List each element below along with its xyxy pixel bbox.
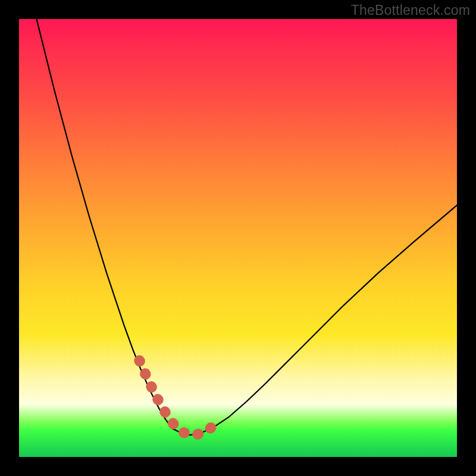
plot-area — [19, 19, 457, 457]
bottleneck-curve — [36, 19, 457, 435]
curve-overlay — [19, 19, 457, 457]
trough-highlight — [139, 361, 218, 435]
watermark-text: TheBottleneck.com — [351, 2, 470, 18]
chart-stage: TheBottleneck.com — [0, 0, 476, 476]
